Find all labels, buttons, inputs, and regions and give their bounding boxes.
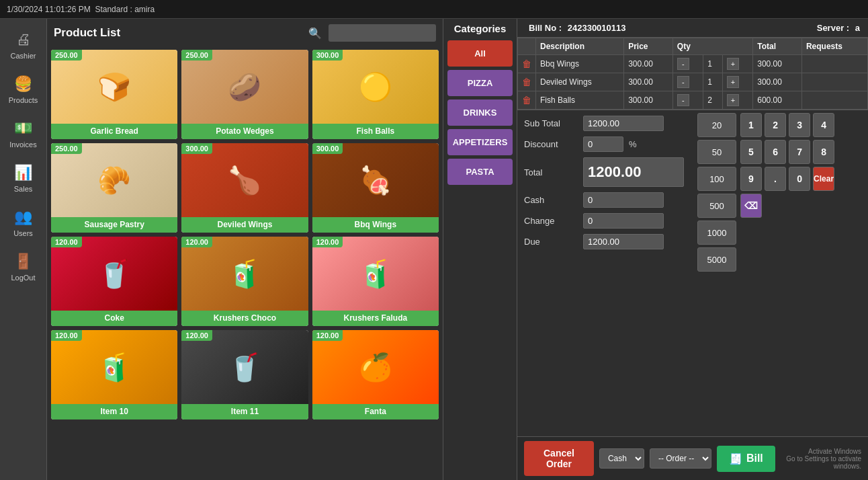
num-button-3[interactable]: 3 (789, 113, 810, 137)
product-card[interactable]: 120.00 🍊 Fanta (312, 330, 439, 419)
product-image: 🍗 (181, 143, 308, 217)
product-card[interactable]: 120.00 🧃 Item 10 (51, 330, 177, 419)
category-button-appetizers[interactable]: APPETIZERS (447, 129, 513, 155)
product-name: Deviled Wings (181, 217, 308, 233)
num-button-2[interactable]: 2 (765, 113, 786, 137)
clear-button[interactable]: Clear (813, 167, 834, 191)
preset-button-5000[interactable]: 5000 (697, 247, 736, 272)
qty-minus-button[interactable]: - (677, 58, 689, 70)
category-button-pasta[interactable]: PASTA (447, 159, 513, 185)
product-card[interactable]: 250.00 🍞 Garlic Bread (51, 50, 177, 139)
subtotal-row: Sub Total (524, 116, 684, 131)
col-delete (518, 38, 536, 55)
product-list-title: Product List (54, 26, 302, 40)
discount-input[interactable] (583, 136, 623, 152)
num-button-0[interactable]: 0 (789, 167, 810, 191)
product-grid-wrap[interactable]: 250.00 🍞 Garlic Bread 250.00 🥔 Potato We… (47, 47, 443, 480)
desc-cell: Deviled Wings (536, 73, 624, 91)
product-card[interactable]: 120.00 🧃 Krushers Faluda (312, 237, 439, 326)
backspace-button[interactable]: ⌫ (740, 194, 762, 218)
bill-table-wrap: Description Price Qty Total Requests 🗑 B… (517, 38, 868, 110)
qty-minus-button[interactable]: - (677, 76, 689, 88)
num-button-5[interactable]: 5 (740, 140, 762, 164)
category-button-drinks[interactable]: DRINKS (447, 99, 513, 126)
product-image: 🧃 (181, 237, 308, 311)
preset-button-20[interactable]: 20 (697, 113, 736, 137)
sidebar-item-invoices[interactable]: 💵Invoices (1, 111, 45, 152)
cashier-icon: 🖨 (11, 28, 36, 52)
product-card[interactable]: 120.00 🥤 Item 11 (181, 330, 308, 419)
order-select[interactable]: -- Order -- (650, 448, 711, 469)
delete-button[interactable]: 🗑 (522, 77, 531, 87)
num-button-7[interactable]: 7 (789, 140, 810, 164)
requests-cell (801, 91, 867, 110)
product-card[interactable]: 250.00 🥔 Potato Wedges (181, 50, 308, 139)
product-card[interactable]: 120.00 🧃 Krushers Choco (181, 237, 308, 326)
subtotal-label: Sub Total (524, 118, 578, 128)
server-label: Server : a (814, 23, 860, 33)
product-name: Fanta (312, 404, 439, 419)
products-icon: 🍔 (11, 72, 36, 96)
subtotal-input[interactable] (583, 116, 664, 131)
preset-button-500[interactable]: 500 (697, 194, 736, 218)
sidebar-item-users[interactable]: 👥Users (1, 200, 45, 241)
product-price: 300.00 (312, 143, 343, 154)
col-description: Description (536, 38, 624, 55)
num-button-1[interactable]: 1 (740, 113, 762, 137)
preset-button-50[interactable]: 50 (697, 140, 736, 164)
num-button-8[interactable]: 8 (813, 140, 834, 164)
bill-tbody: 🗑 Bbq Wings 300.00 - 1 + 300.00 🗑 Devile… (518, 55, 868, 110)
product-card[interactable]: 300.00 🍗 Deviled Wings (181, 143, 308, 233)
num-button-4[interactable]: 4 (813, 113, 834, 137)
delete-button[interactable]: 🗑 (522, 95, 531, 106)
cash-input[interactable] (583, 192, 664, 208)
product-price: 120.00 (312, 237, 343, 247)
product-price: 120.00 (181, 330, 212, 341)
qty-minus-cell: - (672, 55, 703, 73)
preset-button-1000[interactable]: 1000 (697, 221, 736, 245)
sidebar-item-sales[interactable]: 📊Sales (1, 155, 45, 196)
product-price: 120.00 (181, 237, 212, 247)
num-button-6[interactable]: 6 (765, 140, 786, 164)
pct-symbol: % (629, 139, 637, 149)
qty-plus-button[interactable]: + (727, 94, 739, 106)
sales-icon: 📊 (11, 161, 36, 185)
total-cell: 300.00 (753, 55, 802, 73)
qty-plus-cell: + (722, 91, 752, 110)
search-input[interactable] (329, 24, 436, 42)
categories-title: Categories (447, 23, 513, 34)
delete-button[interactable]: 🗑 (522, 58, 531, 69)
sidebar-item-logout[interactable]: 🚪LogOut (1, 244, 45, 285)
product-card[interactable]: 250.00 🥐 Sausage Pastry (51, 143, 177, 233)
sidebar-item-cashier[interactable]: 🖨Cashier (1, 22, 45, 63)
numpad-section: 205010050010005000 123456789.0Clear⌫ (691, 110, 841, 436)
product-name: Krushers Faluda (312, 311, 439, 326)
product-card[interactable]: 120.00 🥤 Coke (51, 237, 177, 326)
product-price: 300.00 (181, 143, 212, 154)
qty-minus-button[interactable]: - (677, 94, 689, 106)
category-button-all[interactable]: All (447, 40, 513, 67)
bill-label: Bill (746, 452, 763, 465)
num-button-.[interactable]: . (765, 167, 786, 191)
product-name: Coke (51, 311, 177, 326)
datetime: 1/30/2024 11:01:26 PM (7, 5, 91, 14)
cancel-order-button[interactable]: Cancel Order (524, 441, 594, 476)
qty-plus-button[interactable]: + (727, 58, 739, 70)
numpad-grid: 123456789.0Clear⌫ (740, 113, 834, 218)
bill-icon: 🧾 (729, 452, 742, 465)
product-card[interactable]: 300.00 🍖 Bbq Wings (312, 143, 439, 233)
category-button-pizza[interactable]: PIZZA (447, 70, 513, 96)
product-card[interactable]: 300.00 🟡 Fish Balls (312, 50, 439, 139)
num-button-9[interactable]: 9 (740, 167, 762, 191)
col-price: Price (624, 38, 673, 55)
qty-plus-button[interactable]: + (727, 76, 739, 88)
sidebar-item-products[interactable]: 🍔Products (1, 67, 45, 108)
bill-button[interactable]: 🧾 Bill (717, 446, 775, 472)
users-icon: 👥 (11, 205, 36, 229)
win-activate-notice: Activate Windows Go to Settings to activ… (781, 448, 861, 470)
product-image: 🥤 (51, 237, 177, 311)
summary-left: Sub Total Discount % Total Cash (524, 116, 684, 431)
payment-select[interactable]: Cash Card (599, 448, 644, 469)
qty-plus-cell: + (722, 55, 752, 73)
preset-button-100[interactable]: 100 (697, 167, 736, 191)
